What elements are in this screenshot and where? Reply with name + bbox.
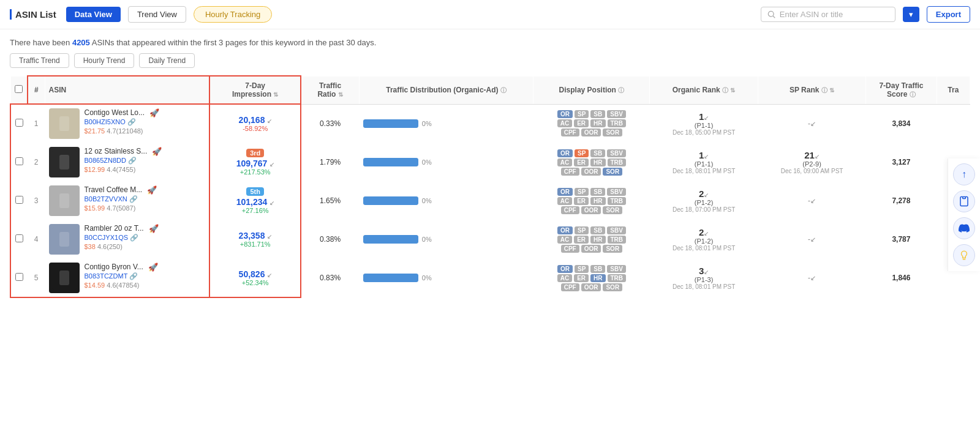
export-button[interactable]: Export: [927, 6, 970, 23]
header-sp-rank[interactable]: SP Rank ⓘ ⇅: [758, 76, 865, 104]
dp-tag-oor: OOR: [581, 283, 601, 291]
sp-rank-trend-icon: ↙: [815, 153, 820, 160]
clipboard-button[interactable]: [953, 190, 975, 212]
hourly-tracking-button[interactable]: Hourly Tracking: [194, 6, 272, 23]
organic-rank-info-icon[interactable]: ⓘ: [722, 87, 728, 94]
dp-tag-hr: HR: [590, 274, 605, 282]
header-checkbox[interactable]: [10, 76, 28, 104]
dp-tag-ac: AC: [557, 159, 572, 166]
search-icon: [767, 10, 776, 19]
discord-button[interactable]: [953, 217, 975, 239]
dp-tag-cpf: CPF: [561, 283, 579, 291]
dp-tag-sb: SB: [590, 110, 605, 118]
daily-trend-button[interactable]: Daily Trend: [139, 53, 195, 68]
row-checkbox-cell[interactable]: [10, 143, 28, 182]
impression-change: +27.16%: [214, 207, 296, 214]
product-asin-link[interactable]: B0CCJYX1QS 🔗: [85, 234, 144, 242]
impression-value[interactable]: 101,234: [236, 197, 268, 207]
dist-bar-bg: [363, 119, 418, 128]
search-box[interactable]: Enter ASIN or title: [761, 7, 895, 22]
select-all-checkbox[interactable]: [15, 85, 23, 93]
product-rating: 4.7(121048): [107, 127, 143, 135]
dist-bar-fill: [363, 274, 418, 282]
bulb-icon: [959, 250, 970, 261]
traffic-trend-button[interactable]: Traffic Trend: [10, 53, 69, 68]
dp-tag-sbv: SBV: [607, 188, 626, 196]
product-info: Travel Coffee M... B0B2TZVVXN 🔗 $15.99 4…: [85, 185, 143, 212]
dp-tag-er: ER: [574, 197, 589, 205]
dp-tags-row2: ACERHRTRB: [537, 236, 646, 244]
dist-bar-fill: [363, 235, 418, 244]
dp-tags-row1: ORSPSBSBV: [537, 188, 646, 196]
svg-rect-9: [59, 232, 69, 247]
dp-tag-trb: TRB: [608, 197, 627, 205]
impression-sort-icon[interactable]: ⇅: [273, 91, 278, 98]
traffic-dist-info-icon[interactable]: ⓘ: [500, 87, 507, 94]
trend-buttons: Traffic Trend Hourly Trend Daily Trend: [0, 53, 980, 75]
trend-view-button[interactable]: Trend View: [128, 6, 186, 23]
row-num: 3: [28, 182, 45, 220]
display-pos-info-icon[interactable]: ⓘ: [618, 87, 624, 94]
organic-rank-date: Dec 18, 08:01 PM PST: [654, 245, 753, 252]
row-tra: [937, 104, 970, 143]
asin-list-label: ASIN List: [10, 9, 56, 20]
dp-tags-row2: ACERHRTRB: [537, 274, 646, 282]
product-asin-link[interactable]: B083TCZDMT 🔗: [85, 272, 143, 280]
dist-bar-fill: [363, 119, 418, 128]
data-view-button[interactable]: Data View: [66, 7, 121, 22]
dp-tag-cpf: CPF: [561, 168, 579, 176]
row-checkbox[interactable]: [15, 273, 23, 281]
header-impression[interactable]: 7-DayImpression ⇅: [209, 76, 301, 104]
row-num: 1: [28, 104, 45, 143]
traffic-ratio-sort-icon[interactable]: ⇅: [338, 91, 343, 98]
sp-rank-info-icon[interactable]: ⓘ: [821, 87, 827, 94]
dist-bar-wrap: 0%: [363, 235, 530, 244]
asin-table: # ASIN 7-DayImpression ⇅ TrafficRatio ⇅ …: [10, 75, 970, 298]
header-organic-rank[interactable]: Organic Rank ⓘ ⇅: [650, 76, 758, 104]
svg-rect-7: [59, 193, 69, 208]
impression-value[interactable]: 109,767: [236, 159, 268, 168]
sp-rank-sort-icon[interactable]: ⇅: [829, 87, 834, 94]
product-rating: 4.7(5087): [107, 204, 135, 212]
row-traffic-score: 3,787: [866, 220, 937, 259]
row-checkbox[interactable]: [15, 196, 23, 204]
row-checkbox-cell[interactable]: [10, 259, 28, 298]
product-asin-link[interactable]: B0B2TZVVXN 🔗: [85, 195, 143, 203]
product-rating: 4.6(250): [97, 243, 123, 250]
scroll-up-button[interactable]: ↑: [953, 163, 975, 185]
traffic-score-info-icon[interactable]: ⓘ: [910, 91, 916, 98]
top-bar: ASIN List Data View Trend View Hourly Tr…: [0, 0, 980, 29]
organic-rank-sort-icon[interactable]: ⇅: [730, 87, 735, 94]
organic-rank-trend-icon: ↙: [704, 114, 709, 121]
hourly-trend-button[interactable]: Hourly Trend: [74, 53, 135, 68]
row-checkbox-cell[interactable]: [10, 220, 28, 259]
dist-ad-pct: 0%: [422, 120, 432, 127]
impression-value[interactable]: 23,358: [239, 231, 265, 241]
dp-tag-sbv: SBV: [607, 110, 626, 118]
impression-value[interactable]: 20,168: [239, 115, 265, 125]
dp-tag-oor: OOR: [581, 168, 601, 176]
row-impression: 3rd 109,767 ↙ +217.53%: [209, 143, 301, 182]
dist-bar-wrap: 0%: [363, 158, 530, 166]
info-prefix: There have been: [10, 38, 72, 47]
row-traffic-score: 7,278: [866, 182, 937, 220]
svg-rect-12: [963, 196, 966, 198]
product-asin-link[interactable]: B0865ZN8DD 🔗: [85, 157, 148, 165]
row-checkbox[interactable]: [15, 157, 23, 165]
dp-tag-hr: HR: [590, 119, 605, 127]
dp-tag-oor: OOR: [581, 245, 601, 253]
header-traffic-ratio[interactable]: TrafficRatio ⇅: [301, 76, 359, 104]
row-checkbox-cell[interactable]: [10, 104, 28, 143]
dropdown-button[interactable]: ▾: [903, 7, 919, 22]
impression-value[interactable]: 50,826: [239, 269, 265, 279]
organic-rank-sub: (P1-2): [654, 237, 753, 245]
organic-rank-trend-icon: ↙: [704, 269, 709, 275]
dist-bar-bg: [363, 196, 418, 205]
info-middle: ASINs that appeared within the first 3 p…: [90, 38, 307, 47]
row-checkbox[interactable]: [15, 119, 23, 127]
product-img-placeholder: [52, 188, 77, 213]
row-checkbox-cell[interactable]: [10, 182, 28, 220]
product-asin-link[interactable]: B00HZI5XNO 🔗: [85, 118, 145, 126]
bulb-button[interactable]: [953, 244, 975, 266]
row-checkbox[interactable]: [15, 234, 23, 242]
